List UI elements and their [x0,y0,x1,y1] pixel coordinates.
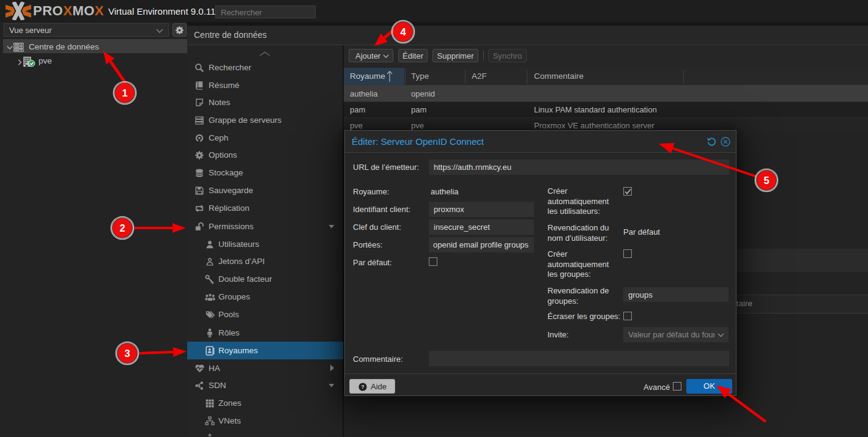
svg-text:?: ? [361,383,365,390]
